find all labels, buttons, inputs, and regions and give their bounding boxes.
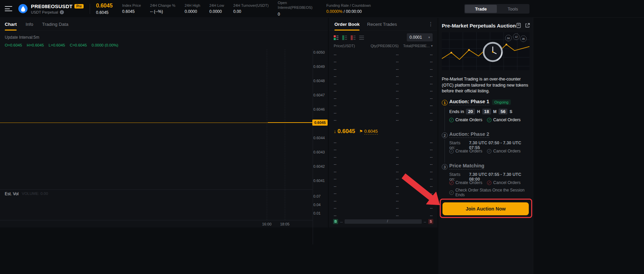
stat-24h-change: 24H Change % -- (--%) [150, 3, 176, 14]
bid-qty: -- [361, 169, 399, 174]
header-divider [90, 4, 90, 14]
tab-order-book[interactable]: Order Book [334, 22, 360, 27]
ohlc-open: O=0.6045 [5, 43, 22, 47]
mark-price-flag-icon[interactable]: ⚑ [359, 129, 363, 134]
ask-row[interactable]: -- -- -- [329, 102, 437, 110]
guide-doc-icon[interactable] [516, 23, 521, 28]
stat-label: 24H Low [209, 3, 224, 7]
info-icon[interactable]: i [60, 10, 64, 14]
tab-recent-trades[interactable]: Recent Trades [367, 22, 397, 27]
note-label: Check Order Status Once the Session Ends [455, 188, 533, 197]
bid-row[interactable]: -- -- -- [329, 139, 437, 146]
bid-row[interactable]: -- -- -- [329, 197, 437, 205]
ask-price: -- [334, 89, 361, 93]
ask-row[interactable]: -- -- -- [329, 95, 437, 102]
bid-row[interactable]: -- -- -- [329, 168, 437, 176]
col-total[interactable]: Total(PRE08E... ▾ [399, 44, 433, 48]
tab-info[interactable]: Info [25, 22, 33, 27]
chart-panel: Chart Info Trading Data Update Interval:… [0, 18, 328, 227]
bid-row[interactable]: -- -- -- [329, 190, 437, 198]
countdown-minutes: 18 [482, 109, 491, 114]
clock-icon [484, 43, 502, 61]
tab-trade[interactable]: Trade [465, 5, 497, 13]
bid-total: -- [399, 155, 433, 160]
join-auction-button[interactable]: Join Auction Now [442, 202, 529, 215]
tab-tools[interactable]: Tools [497, 5, 529, 13]
ask-row[interactable]: -- -- -- [329, 88, 437, 95]
view-bids-icon[interactable] [342, 35, 347, 40]
bid-total: -- [399, 206, 433, 211]
bid-qty: -- [361, 213, 399, 218]
price-axis-line [313, 49, 313, 244]
ohlc-change: 0.0000 (0.00%) [92, 43, 119, 47]
bid-row[interactable]: -- -- -- [329, 212, 437, 219]
volume-axis-label: 0.01 [313, 211, 327, 215]
check-icon: ✓ [449, 149, 454, 153]
phase3-title[interactable]: Price Matching [449, 163, 484, 169]
bid-row[interactable]: -- -- -- [329, 176, 437, 183]
ask-total: -- [399, 74, 433, 79]
ask-row[interactable]: -- -- -- [329, 73, 437, 80]
view-both-icon[interactable] [334, 35, 338, 40]
stat-value: 0 [278, 12, 317, 17]
bid-total: -- [399, 199, 433, 203]
tab-chart[interactable]: Chart [5, 22, 17, 27]
ask-qty: -- [361, 103, 399, 108]
symbol-name: PRE08EOSUSDT [31, 3, 72, 9]
orderbook-mark-price[interactable]: 0.6045 [364, 129, 378, 134]
volume-axis-label: 0.04 [313, 203, 327, 207]
top-header: PRE08EOSUSDT Pre USDT Perpetual i 0.6045… [0, 0, 644, 18]
bid-total: -- [399, 147, 433, 152]
sell-ratio-value: -- [424, 220, 426, 224]
bid-row[interactable]: -- -- -- [329, 205, 437, 212]
orderbook-column-headers: Price(USDT) Qty(PRE08EOS) Total(PRE08E..… [329, 44, 437, 48]
ask-price: -- [334, 118, 361, 123]
buy-badge: B [333, 219, 338, 224]
tab-trading-data[interactable]: Trading Data [42, 22, 69, 27]
ohlc-low: L=0.6045 [49, 43, 65, 47]
stat-label: 24H High [185, 3, 200, 7]
ask-row[interactable]: -- -- -- [329, 66, 437, 73]
bid-row[interactable]: -- -- -- [329, 153, 437, 161]
phase1-number: 1 [442, 100, 448, 106]
ask-row[interactable]: -- -- -- [329, 109, 437, 117]
col-qty: Qty(PRE08EOS) [361, 44, 399, 48]
price-axis-label: 0.6042 [313, 164, 327, 168]
bid-row[interactable]: -- -- -- [329, 146, 437, 154]
panel-divider [533, 0, 533, 274]
auction-banner: 04 12 35 [442, 32, 529, 70]
phase1-title[interactable]: Auction: Phase 1 [449, 99, 489, 105]
stat-open-interest: Open Interest(PRE08EOS) 0 [278, 1, 317, 17]
orderbook-panel: Order Book Recent Trades ⋮ 0.0001 ▾ Pric… [329, 18, 437, 227]
perm-label: Cancel Orders [493, 180, 521, 185]
view-asks-icon[interactable] [351, 35, 355, 40]
orderbook-bids: -- -- -- -- -- -- -- -- -- -- -- -- -- -… [329, 139, 437, 219]
phase1-countdown: Ends in 20 H 18 M 56 S [449, 109, 512, 114]
external-link-icon[interactable] [525, 23, 530, 28]
phase2-permissions: ✓ Create Orders ✓ Cancel Orders [449, 149, 521, 153]
bid-total: -- [399, 162, 433, 167]
perm-cancel-orders-disabled: Cancel Orders [487, 180, 521, 185]
pre-badge: Pre [74, 4, 83, 8]
ask-row[interactable]: -- -- -- [329, 58, 437, 66]
menu-icon[interactable] [5, 6, 12, 11]
perm-label: Cancel Orders [493, 149, 521, 153]
ask-row[interactable]: -- -- -- [329, 117, 437, 124]
ask-qty: -- [361, 67, 399, 72]
price-down-arrow-icon: ↓ [334, 129, 336, 134]
view-list-icon[interactable] [359, 35, 364, 40]
bid-row[interactable]: -- -- -- [329, 183, 437, 190]
ask-row[interactable]: -- -- -- [329, 51, 437, 58]
phase-connector [445, 140, 445, 163]
phase2-title[interactable]: Auction: Phase 2 [449, 131, 489, 138]
phase3-header: Price Matching [449, 163, 484, 169]
ask-row[interactable]: -- -- -- [329, 80, 437, 88]
ratio-divider: / [387, 219, 388, 223]
more-options-icon[interactable]: ⋮ [428, 21, 433, 27]
auction-description: Pre-Market Trading is an over-the-counte… [442, 76, 531, 94]
bid-row[interactable]: -- -- -- [329, 161, 437, 168]
tick-size-dropdown[interactable]: 0.0001 ▾ [407, 33, 433, 41]
phase3-permissions: Create Orders Cancel Orders [449, 180, 521, 185]
time-axis-label: 18:05 [277, 222, 292, 226]
last-price-tag: 0.6045 [312, 120, 328, 126]
